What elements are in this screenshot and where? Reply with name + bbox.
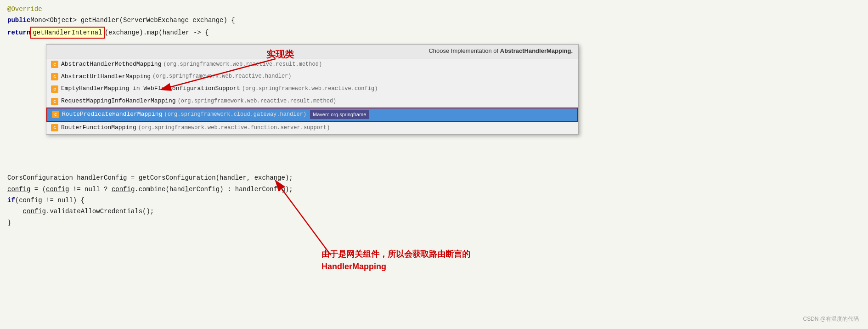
keyword-public: public [7,15,30,25]
item-package-4: (org.springframework.web.reactive.result… [178,97,337,106]
code-line-method-sig: public Mono<Object> getHandler(ServerWeb… [0,15,868,26]
item-text-3: EmptyHandlerMapping in WebFluxConfigurat… [61,84,240,94]
code-line-validate: config.validateAllowCredentials(); [0,206,868,217]
code-line-return: return getHandlerInternal (exchange).map… [0,26,868,39]
class-icon-3: c [51,85,58,93]
popup-class-name: AbstractHandlerMapping. [500,47,573,54]
class-icon-1: c [51,61,58,68]
item-text-2: AbstractUrlHandlerMapping [61,72,151,82]
code-line-if: if (config != null) { [0,195,868,206]
maven-badge: Maven: org.springframe [310,110,369,119]
keyword-if: if [7,195,15,205]
popup-item-6[interactable]: c RouterFunctionMapping (org.springframe… [46,122,578,134]
class-icon-5: c [52,111,59,118]
code-line-cors: CorsConfiguration handlerConfig = getCor… [0,172,868,183]
code-container: @Override public Mono<Object> getHandler… [0,0,868,329]
popup-header-text: Choose Implementation of AbstractHandler… [428,46,573,56]
class-icon-4: c [51,98,58,105]
item-package-6: (org.springframework.web.reactive.functi… [138,124,330,132]
implementation-popup: Choose Implementation of AbstractHandler… [46,44,579,135]
popup-item-4[interactable]: c RequestMappingInfoHandlerMapping (org.… [46,95,578,108]
item-package-1: (org.springframework.web.reactive.result… [163,60,322,69]
annotation-override: @Override [7,4,42,14]
item-package-5: (org.springframework.cloud.gateway.handl… [164,110,306,119]
keyword-return: return [7,28,30,38]
item-package-2: (org.springframework.web.reactive.handle… [152,72,291,81]
item-text-4: RequestMappingInfoHandlerMapping [61,96,176,106]
popup-item-2[interactable]: c AbstractUrlHandlerMapping (org.springf… [46,71,578,83]
item-package-3: (org.springframework.web.reactive.config… [242,85,378,93]
popup-item-3[interactable]: c EmptyHandlerMapping in WebFluxConfigur… [46,83,578,95]
gateway-line2: HandlerMapping [321,261,470,273]
popup-header: Choose Implementation of AbstractHandler… [46,45,578,58]
code-line-annotation: @Override [0,4,868,15]
annotation-gateway: 由于是网关组件，所以会获取路由断言的 HandlerMapping [321,248,470,273]
item-text-1: AbstractHandlerMethodMapping [61,60,161,69]
config-line-text: config = (config != null ? config.combin… [7,184,293,194]
highlighted-method: getHandlerInternal [30,27,104,39]
close-brace: } [7,218,11,228]
csdn-watermark: CSDN @有温度的代码 [803,315,859,323]
item-text-6: RouterFunctionMapping [61,123,136,133]
validate-text: config.validateAllowCredentials(); [7,206,154,216]
popup-item-1[interactable]: c AbstractHandlerMethodMapping (org.spri… [46,58,578,71]
method-signature: Mono<Object> getHandler(ServerWebExchang… [30,15,235,25]
popup-item-5-selected[interactable]: c RoutePredicateHandlerMapping (org.spri… [46,108,578,122]
item-text-5: RoutePredicateHandlerMapping [62,110,162,119]
method-rest: (exchange).map(handler -> { [105,28,209,38]
code-line-close-brace: } [0,217,868,228]
class-icon-2: c [51,73,58,80]
cors-line-text: CorsConfiguration handlerConfig = getCor… [7,173,293,183]
code-line-config: config = (config != null ? config.combin… [0,184,868,195]
if-condition: (config != null) { [15,195,85,205]
class-icon-6: c [51,124,58,131]
annotation-shijian-class: 实现类 [266,47,294,62]
gateway-line1: 由于是网关组件，所以会获取路由断言的 [321,248,470,261]
code-below-popup: CorsConfiguration handlerConfig = getCor… [0,172,868,228]
